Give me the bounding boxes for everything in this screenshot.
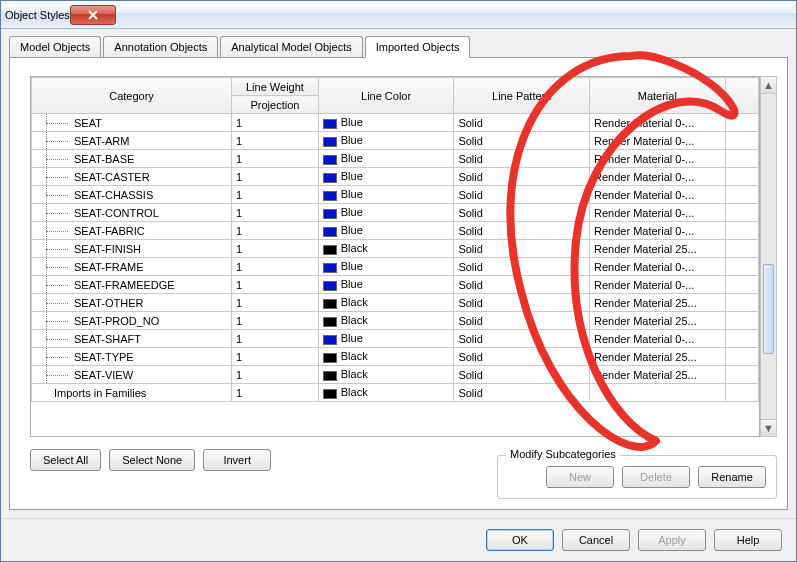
cell-line-color[interactable]: Blue: [318, 276, 454, 294]
cell-category[interactable]: SEAT-BASE: [32, 150, 232, 168]
cell-line-color[interactable]: Blue: [318, 258, 454, 276]
apply-button[interactable]: Apply: [638, 529, 706, 551]
table-row[interactable]: SEAT-OTHER1BlackSolidRender Material 25.…: [32, 294, 759, 312]
cell-line-weight[interactable]: 1: [232, 150, 319, 168]
header-material[interactable]: Material: [590, 78, 726, 114]
cell-line-pattern[interactable]: Solid: [454, 330, 590, 348]
cell-line-weight[interactable]: 1: [232, 186, 319, 204]
cell-line-color[interactable]: Black: [318, 366, 454, 384]
cell-line-pattern[interactable]: Solid: [454, 186, 590, 204]
cell-material[interactable]: Render Material 0-...: [590, 114, 726, 132]
titlebar[interactable]: Object Styles: [1, 1, 796, 29]
table-row[interactable]: SEAT-FINISH1BlackSolidRender Material 25…: [32, 240, 759, 258]
cell-material[interactable]: Render Material 0-...: [590, 258, 726, 276]
cell-category[interactable]: SEAT-OTHER: [32, 294, 232, 312]
cell-line-weight[interactable]: 1: [232, 276, 319, 294]
help-button[interactable]: Help: [714, 529, 782, 551]
cell-line-color[interactable]: Blue: [318, 132, 454, 150]
cell-category[interactable]: SEAT-TYPE: [32, 348, 232, 366]
cell-material[interactable]: Render Material 0-...: [590, 330, 726, 348]
table-row[interactable]: SEAT-PROD_NO1BlackSolidRender Material 2…: [32, 312, 759, 330]
cell-material[interactable]: Render Material 25...: [590, 348, 726, 366]
cell-line-weight[interactable]: 1: [232, 312, 319, 330]
cell-category[interactable]: SEAT-SHAFT: [32, 330, 232, 348]
scroll-thumb[interactable]: [763, 264, 774, 354]
cell-material[interactable]: Render Material 25...: [590, 312, 726, 330]
header-projection[interactable]: Projection: [232, 96, 319, 114]
cell-material[interactable]: Render Material 0-...: [590, 222, 726, 240]
table-row[interactable]: Imports in Families1BlackSolid: [32, 384, 759, 402]
cell-line-weight[interactable]: 1: [232, 240, 319, 258]
cell-material[interactable]: Render Material 0-...: [590, 150, 726, 168]
cell-category[interactable]: SEAT-VIEW: [32, 366, 232, 384]
cancel-button[interactable]: Cancel: [562, 529, 630, 551]
table-row[interactable]: SEAT-TYPE1BlackSolidRender Material 25..…: [32, 348, 759, 366]
cell-category[interactable]: Imports in Families: [32, 384, 232, 402]
table-row[interactable]: SEAT-CONTROL1BlueSolidRender Material 0-…: [32, 204, 759, 222]
object-styles-grid[interactable]: Category Line Weight Line Color Line Pat…: [30, 76, 760, 437]
cell-line-weight[interactable]: 1: [232, 222, 319, 240]
cell-line-weight[interactable]: 1: [232, 258, 319, 276]
table-row[interactable]: SEAT1BlueSolidRender Material 0-...: [32, 114, 759, 132]
table-row[interactable]: SEAT-CHASSIS1BlueSolidRender Material 0-…: [32, 186, 759, 204]
cell-line-color[interactable]: Blue: [318, 114, 454, 132]
cell-material[interactable]: [590, 384, 726, 402]
cell-line-color[interactable]: Blue: [318, 330, 454, 348]
cell-line-color[interactable]: Blue: [318, 150, 454, 168]
cell-line-color[interactable]: Black: [318, 384, 454, 402]
cell-line-weight[interactable]: 1: [232, 168, 319, 186]
cell-material[interactable]: Render Material 0-...: [590, 276, 726, 294]
cell-material[interactable]: Render Material 0-...: [590, 132, 726, 150]
cell-category[interactable]: SEAT-FRAME: [32, 258, 232, 276]
new-button[interactable]: New: [546, 466, 614, 488]
scroll-track[interactable]: [761, 94, 776, 419]
table-row[interactable]: SEAT-VIEW1BlackSolidRender Material 25..…: [32, 366, 759, 384]
cell-material[interactable]: Render Material 25...: [590, 366, 726, 384]
cell-line-pattern[interactable]: Solid: [454, 348, 590, 366]
cell-line-weight[interactable]: 1: [232, 384, 319, 402]
vertical-scrollbar[interactable]: ▲ ▼: [760, 76, 777, 437]
header-line-weight[interactable]: Line Weight: [232, 78, 319, 96]
cell-line-color[interactable]: Black: [318, 348, 454, 366]
cell-category[interactable]: SEAT-FABRIC: [32, 222, 232, 240]
cell-category[interactable]: SEAT-CASTER: [32, 168, 232, 186]
cell-line-color[interactable]: Black: [318, 312, 454, 330]
cell-line-pattern[interactable]: Solid: [454, 150, 590, 168]
cell-line-pattern[interactable]: Solid: [454, 114, 590, 132]
cell-category[interactable]: SEAT-FRAMEEDGE: [32, 276, 232, 294]
table-row[interactable]: SEAT-FABRIC1BlueSolidRender Material 0-.…: [32, 222, 759, 240]
cell-line-pattern[interactable]: Solid: [454, 240, 590, 258]
cell-line-pattern[interactable]: Solid: [454, 204, 590, 222]
scroll-up-arrow-icon[interactable]: ▲: [761, 77, 776, 94]
cell-line-color[interactable]: Blue: [318, 204, 454, 222]
cell-line-color[interactable]: Black: [318, 240, 454, 258]
cell-category[interactable]: SEAT-ARM: [32, 132, 232, 150]
table-row[interactable]: SEAT-BASE1BlueSolidRender Material 0-...: [32, 150, 759, 168]
tab-annotation-objects[interactable]: Annotation Objects: [103, 36, 218, 58]
cell-line-weight[interactable]: 1: [232, 366, 319, 384]
cell-category[interactable]: SEAT: [32, 114, 232, 132]
tab-imported-objects[interactable]: Imported Objects: [365, 36, 471, 58]
cell-line-pattern[interactable]: Solid: [454, 168, 590, 186]
cell-category[interactable]: SEAT-CHASSIS: [32, 186, 232, 204]
cell-line-pattern[interactable]: Solid: [454, 222, 590, 240]
cell-category[interactable]: SEAT-CONTROL: [32, 204, 232, 222]
header-line-color[interactable]: Line Color: [318, 78, 454, 114]
cell-line-weight[interactable]: 1: [232, 114, 319, 132]
ok-button[interactable]: OK: [486, 529, 554, 551]
cell-line-weight[interactable]: 1: [232, 348, 319, 366]
cell-line-weight[interactable]: 1: [232, 132, 319, 150]
scroll-down-arrow-icon[interactable]: ▼: [761, 419, 776, 436]
tab-model-objects[interactable]: Model Objects: [9, 36, 101, 58]
cell-line-color[interactable]: Blue: [318, 186, 454, 204]
cell-line-color[interactable]: Black: [318, 294, 454, 312]
cell-line-pattern[interactable]: Solid: [454, 258, 590, 276]
cell-line-weight[interactable]: 1: [232, 330, 319, 348]
cell-material[interactable]: Render Material 0-...: [590, 168, 726, 186]
cell-category[interactable]: SEAT-PROD_NO: [32, 312, 232, 330]
table-row[interactable]: SEAT-FRAME1BlueSolidRender Material 0-..…: [32, 258, 759, 276]
cell-line-pattern[interactable]: Solid: [454, 366, 590, 384]
cell-line-pattern[interactable]: Solid: [454, 294, 590, 312]
delete-button[interactable]: Delete: [622, 466, 690, 488]
rename-button[interactable]: Rename: [698, 466, 766, 488]
